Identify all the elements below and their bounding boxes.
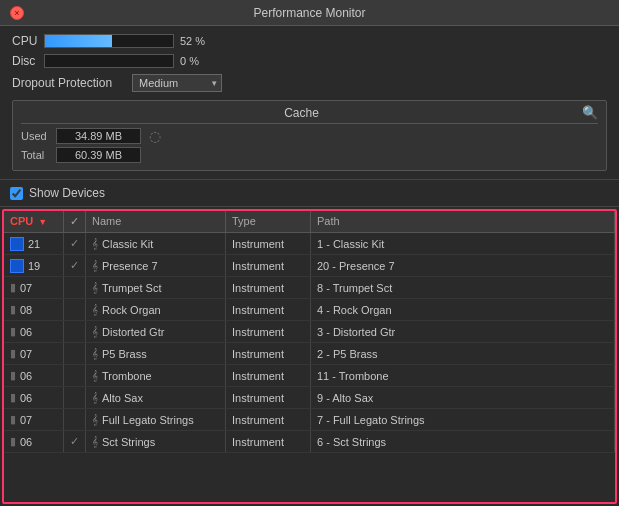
- table-row[interactable]: ▮06✓𝄞Sct StringsInstrument6 - Sct String…: [4, 431, 615, 453]
- check-cell[interactable]: [64, 365, 86, 386]
- top-panel: CPU 52 % Disc 0 % Dropout Protection Min…: [0, 26, 619, 180]
- table-row[interactable]: ▮07𝄞Full Legato StringsInstrument7 - Ful…: [4, 409, 615, 431]
- cpu-number: 06: [20, 326, 32, 338]
- cpu-dash-icon: ▮: [10, 347, 16, 360]
- title-bar: × Performance Monitor: [0, 0, 619, 26]
- cpu-number: 06: [20, 392, 32, 404]
- close-button[interactable]: ×: [10, 6, 24, 20]
- cache-used-row: Used 34.89 MB ◌: [21, 128, 598, 144]
- path-cell: 1 - Classic Kit: [311, 233, 615, 254]
- main-content: CPU 52 % Disc 0 % Dropout Protection Min…: [0, 26, 619, 506]
- table-row[interactable]: 19✓𝄞Presence 7Instrument20 - Presence 7: [4, 255, 615, 277]
- path-cell: 6 - Sct Strings: [311, 431, 615, 452]
- show-devices-row[interactable]: Show Devices: [0, 180, 619, 207]
- cache-section: Cache 🔍 Used 34.89 MB ◌ Total 60.39 MB: [12, 100, 607, 171]
- show-devices-label: Show Devices: [29, 186, 105, 200]
- check-cell[interactable]: [64, 277, 86, 298]
- cpu-meter-row: CPU 52 %: [12, 34, 607, 48]
- type-cell: Instrument: [226, 321, 311, 342]
- check-cell[interactable]: [64, 387, 86, 408]
- cache-total-label: Total: [21, 149, 56, 161]
- checkmark-icon: ✓: [70, 435, 79, 448]
- cpu-cell: ▮07: [4, 277, 64, 298]
- cache-search-icon[interactable]: 🔍: [582, 105, 598, 120]
- name-cell: 𝄞Distorted Gtr: [86, 321, 226, 342]
- cpu-dash-icon: ▮: [10, 281, 16, 294]
- name-cell: 𝄞P5 Brass: [86, 343, 226, 364]
- cpu-number: 06: [20, 370, 32, 382]
- path-cell: 20 - Presence 7: [311, 255, 615, 276]
- name-cell: 𝄞Trombone: [86, 365, 226, 386]
- check-cell[interactable]: ✓: [64, 233, 86, 254]
- dropout-select[interactable]: MinimumLowMediumHighMaximum: [132, 74, 222, 92]
- type-cell: Instrument: [226, 409, 311, 430]
- instrument-icon: 𝄞: [92, 392, 98, 404]
- col-header-name[interactable]: Name: [86, 211, 226, 232]
- sort-arrow-icon: ▼: [38, 217, 47, 227]
- col-header-cpu[interactable]: CPU ▼: [4, 211, 64, 232]
- table-row[interactable]: ▮07𝄞Trumpet SctInstrument8 - Trumpet Sct: [4, 277, 615, 299]
- cache-used-label: Used: [21, 130, 56, 142]
- table-row[interactable]: ▮07𝄞P5 BrassInstrument2 - P5 Brass: [4, 343, 615, 365]
- instrument-icon: 𝄞: [92, 414, 98, 426]
- cpu-cell: ▮07: [4, 343, 64, 364]
- type-cell: Instrument: [226, 233, 311, 254]
- check-cell[interactable]: [64, 343, 86, 364]
- name-cell: 𝄞Alto Sax: [86, 387, 226, 408]
- table-row[interactable]: ▮06𝄞Distorted GtrInstrument3 - Distorted…: [4, 321, 615, 343]
- col-header-type[interactable]: Type: [226, 211, 311, 232]
- show-devices-checkbox[interactable]: [10, 187, 23, 200]
- cpu-number: 07: [20, 282, 32, 294]
- dropout-label: Dropout Protection: [12, 76, 112, 90]
- instrument-icon: 𝄞: [92, 282, 98, 294]
- instrument-icon: 𝄞: [92, 370, 98, 382]
- check-cell[interactable]: [64, 299, 86, 320]
- instrument-icon: 𝄞: [92, 260, 98, 272]
- cpu-cell: 19: [4, 255, 64, 276]
- cpu-number: 06: [20, 436, 32, 448]
- cpu-dash-icon: ▮: [10, 303, 16, 316]
- cache-title: Cache: [21, 106, 582, 120]
- col-header-path[interactable]: Path: [311, 211, 615, 232]
- instrument-icon: 𝄞: [92, 304, 98, 316]
- check-cell[interactable]: [64, 409, 86, 430]
- dropout-select-wrapper[interactable]: MinimumLowMediumHighMaximum: [132, 74, 222, 92]
- disc-value: 0 %: [180, 55, 210, 67]
- instrument-name: Rock Organ: [102, 304, 161, 316]
- name-cell: 𝄞Trumpet Sct: [86, 277, 226, 298]
- cpu-number: 07: [20, 348, 32, 360]
- table-row[interactable]: ▮08𝄞Rock OrganInstrument4 - Rock Organ: [4, 299, 615, 321]
- cache-used-value: 34.89 MB: [56, 128, 141, 144]
- cpu-number: 07: [20, 414, 32, 426]
- col-header-check: ✓: [64, 211, 86, 232]
- cache-total-row: Total 60.39 MB: [21, 147, 598, 163]
- type-cell: Instrument: [226, 387, 311, 408]
- check-cell[interactable]: ✓: [64, 431, 86, 452]
- path-cell: 2 - P5 Brass: [311, 343, 615, 364]
- instrument-name: Alto Sax: [102, 392, 143, 404]
- cache-header: Cache 🔍: [21, 105, 598, 124]
- path-cell: 8 - Trumpet Sct: [311, 277, 615, 298]
- disc-meter-bar: [44, 54, 174, 68]
- instrument-name: Presence 7: [102, 260, 158, 272]
- cpu-dash-icon: ▮: [10, 325, 16, 338]
- path-cell: 7 - Full Legato Strings: [311, 409, 615, 430]
- instrument-icon: 𝄞: [92, 436, 98, 448]
- cpu-cell: ▮07: [4, 409, 64, 430]
- cpu-value: 52 %: [180, 35, 210, 47]
- check-cell[interactable]: ✓: [64, 255, 86, 276]
- instrument-icon: 𝄞: [92, 238, 98, 250]
- window-title: Performance Monitor: [253, 6, 365, 20]
- table-row[interactable]: ▮06𝄞TromboneInstrument11 - Trombone: [4, 365, 615, 387]
- type-cell: Instrument: [226, 365, 311, 386]
- cpu-number: 21: [28, 238, 40, 250]
- path-cell: 11 - Trombone: [311, 365, 615, 386]
- instrument-name: Classic Kit: [102, 238, 153, 250]
- table-row[interactable]: 21✓𝄞Classic KitInstrument1 - Classic Kit: [4, 233, 615, 255]
- name-cell: 𝄞Rock Organ: [86, 299, 226, 320]
- table-row[interactable]: ▮06𝄞Alto SaxInstrument9 - Alto Sax: [4, 387, 615, 409]
- cache-total-value: 60.39 MB: [56, 147, 141, 163]
- type-cell: Instrument: [226, 343, 311, 364]
- check-cell[interactable]: [64, 321, 86, 342]
- instrument-name: Trumpet Sct: [102, 282, 162, 294]
